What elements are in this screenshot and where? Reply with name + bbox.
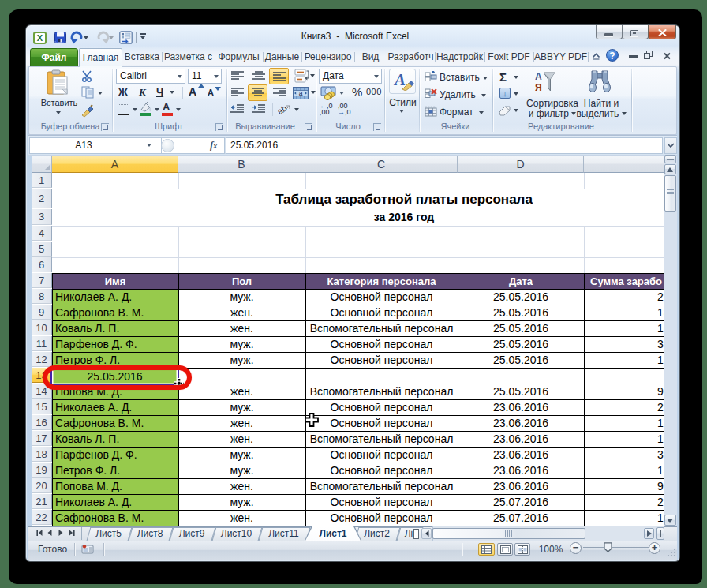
svg-text:А: А bbox=[535, 71, 542, 82]
svg-text:a: a bbox=[299, 89, 303, 97]
svg-text:Я: Я bbox=[535, 82, 542, 93]
svg-text:ab: ab bbox=[278, 103, 289, 116]
